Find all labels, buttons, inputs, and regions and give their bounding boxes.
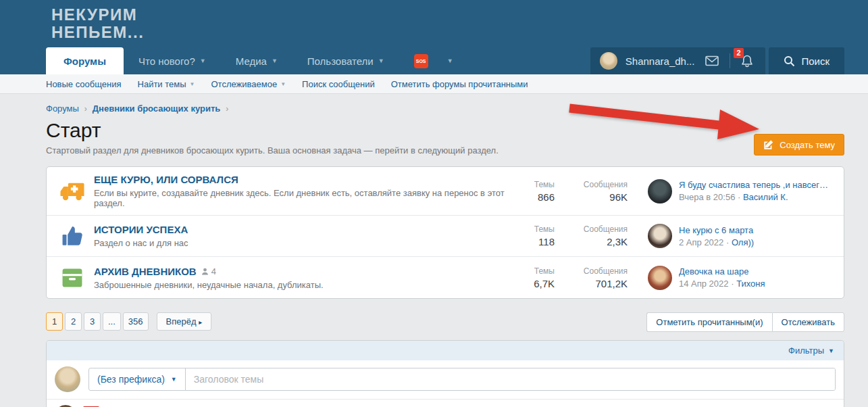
pagination: 1 2 3 ... 356 Вперёд ▸ [46,312,211,331]
latest-thread-link[interactable]: Я буду счастлива теперь ,и навсег… [679,180,836,190]
tab-whats-new[interactable]: Что нового? ▼ [124,47,221,74]
forum-description: Если вы курите, создавайте дневник здесь… [94,188,511,208]
topics-count: 866 [511,191,555,203]
forum-node-list: ЕЩЕ КУРЮ, ИЛИ СОРВАЛСЯ Если вы курите, с… [46,166,844,299]
messages-count: 2,3K [567,236,628,247]
messages-count: 701,2K [567,278,628,289]
site-header: НЕКУРИМ НЕПЬЕМ... Форумы Что нового? ▼ М… [0,0,868,74]
mark-read-button[interactable]: Отметить прочитанным(и) [646,312,771,332]
page-356[interactable]: 356 [123,312,149,331]
current-username[interactable]: Shannara_dh... [626,55,695,67]
next-page-button[interactable]: Вперёд ▸ [157,312,212,331]
subforum-count: 4 [201,266,216,277]
page-description: Стартовый раздел для дневников бросающих… [46,145,844,155]
chevron-down-icon: ▼ [280,81,286,87]
latest-post-date: 14 Апр 2022 · [679,279,734,289]
breadcrumb-category[interactable]: Дневники бросающих курить [93,103,220,114]
secondary-nav: Новые сообщения Найти темы ▼ Отслеживаем… [0,74,868,94]
forum-row-still-smoking[interactable]: ЕЩЕ КУРЮ, ИЛИ СОРВАЛСЯ Если вы курите, с… [47,167,844,216]
chevron-down-icon: ▼ [272,57,278,64]
tab-media[interactable]: Медиа ▼ [221,47,292,74]
main-nav: Форумы Что нового? ▼ Медиа ▼ Пользовател… [46,47,468,74]
subnav-find-threads[interactable]: Найти темы ▼ [138,79,195,89]
latest-post-date: Вчера в 20:56 · [679,192,740,202]
user-avatar[interactable] [600,52,617,70]
latest-post-author[interactable]: Оля)) [732,237,754,247]
thread-list-block: Фильтры ▼ (Без префикса) ▼ Бросаем курит… [46,340,844,407]
thread-row-partial[interactable]: Бросаем курить вместе! Онлайн-курс НЕКУР… [47,399,844,407]
watch-forum-button[interactable]: Отслеживать [772,312,844,332]
header-right-group: Shannara_dh... 2 Поиск [590,47,844,74]
messages-label: Сообщения [567,224,628,234]
subnav-new-posts[interactable]: Новые сообщения [46,79,122,89]
alerts-button[interactable]: 2 [738,54,756,68]
page-1[interactable]: 1 [46,312,63,331]
topics-label: Темы [511,180,555,189]
latest-post-avatar[interactable] [648,224,672,248]
chevron-down-icon: ▼ [200,57,206,64]
page-title: Старт [46,119,844,142]
chevron-right-icon: ▸ [199,318,202,326]
chevron-right-icon: › [226,104,228,114]
filters-bar[interactable]: Фильтры ▼ [47,341,844,360]
subnav-search-posts[interactable]: Поиск сообщений [302,79,375,89]
inbox-button[interactable] [703,55,721,66]
subnav-watched[interactable]: Отслеживаемое ▼ [211,79,286,89]
chevron-down-icon: ▼ [447,57,453,64]
latest-thread-link[interactable]: Девочка на шаре [679,266,836,277]
logo-line-1: НЕКУРИМ [51,6,144,24]
page-container: Форумы › Дневники бросающих курить › Ста… [46,103,844,407]
alert-count-badge: 2 [734,48,743,58]
envelope-icon [705,55,719,66]
sos-icon: SOS [414,54,428,68]
forum-title-link[interactable]: ЕЩЕ КУРЮ, ИЛИ СОРВАЛСЯ [94,174,511,185]
latest-post-avatar[interactable] [648,179,672,204]
breadcrumb-forums[interactable]: Форумы [46,103,79,114]
search-icon [784,55,795,67]
logo-line-2: НЕПЬЕМ... [51,24,144,41]
latest-post-author[interactable]: Василий К. [743,192,788,202]
topics-label: Темы [511,224,555,234]
chevron-right-icon: › [84,104,87,114]
forum-row-success-stories[interactable]: ИСТОРИИ УСПЕХА Раздел о нас и для нас Те… [47,216,844,257]
archive-box-icon [55,266,90,289]
tab-forums[interactable]: Форумы [46,47,124,74]
create-thread-button[interactable]: Создать тему [754,134,844,155]
tab-sos-menu[interactable]: ▼ [443,47,468,74]
divider [730,53,730,68]
forum-description: Раздел о нас и для нас [94,238,511,248]
chevron-down-icon: ▼ [378,57,384,64]
search-button[interactable]: Поиск [769,47,844,74]
forum-title-link[interactable]: ИСТОРИИ УСПЕХА [94,224,511,235]
thread-actions: Отметить прочитанным(и) Отслеживать [646,312,844,332]
tab-users[interactable]: Пользователи ▼ [292,47,399,74]
page-3[interactable]: 3 [84,312,101,331]
prefix-select[interactable]: (Без префикса) ▼ [89,368,186,390]
topics-label: Темы [511,266,555,276]
page-ellipsis[interactable]: ... [103,312,121,331]
latest-post-author[interactable]: Тихоня [736,279,765,289]
chevron-down-icon: ▼ [171,376,177,383]
latest-post-avatar[interactable] [648,266,672,290]
breadcrumb: Форумы › Дневники бросающих курить › [46,103,844,114]
messages-count: 96K [567,191,628,203]
person-icon [201,267,209,276]
subnav-mark-forums-read[interactable]: Отметить форумы прочитанными [391,79,528,89]
forum-row-diary-archive[interactable]: АРХИВ ДНЕВНИКОВ 4 Заброшенные дневники, … [47,257,844,298]
messages-label: Сообщения [567,180,628,189]
topics-count: 6,7K [511,278,555,289]
forum-title-link[interactable]: АРХИВ ДНЕВНИКОВ 4 [94,266,511,277]
thumbs-up-icon [55,224,90,247]
chevron-down-icon: ▼ [828,348,834,354]
composer-avatar [55,366,80,392]
topics-count: 118 [511,236,555,247]
thread-title-input[interactable] [186,368,835,390]
latest-thread-link[interactable]: Не курю с 6 марта [679,225,836,235]
site-logo[interactable]: НЕКУРИМ НЕПЬЕМ... [51,6,144,41]
chevron-down-icon: ▼ [190,81,195,87]
tab-sos[interactable]: SOS [399,47,443,74]
messages-label: Сообщения [567,266,628,276]
list-controls: 1 2 3 ... 356 Вперёд ▸ Отметить прочитан… [46,312,844,332]
user-nav-group: Shannara_dh... 2 [590,47,766,74]
page-2[interactable]: 2 [65,312,82,331]
